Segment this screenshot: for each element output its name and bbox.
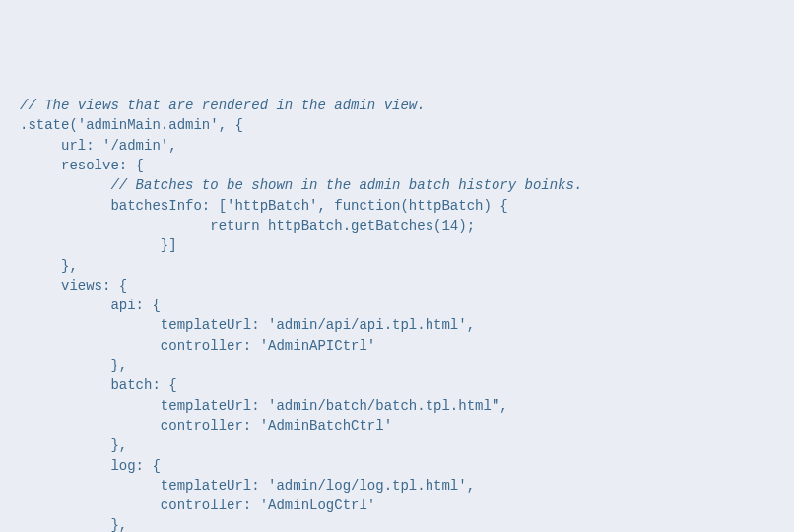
code-line: }, — [20, 517, 127, 532]
code-line: log: { — [20, 458, 161, 474]
code-snippet: // The views that are rendered in the ad… — [20, 96, 774, 532]
code-line: return httpBatch.getBatches(14); — [20, 218, 475, 233]
code-line: }, — [20, 437, 127, 453]
code-line: templateUrl: 'admin/log/log.tpl.html', — [20, 478, 475, 494]
code-line: }, — [20, 258, 78, 274]
code-line: batch: { — [20, 377, 177, 393]
code-line: templateUrl: 'admin/api/api.tpl.html', — [20, 317, 475, 333]
code-line: controller: 'AdminLogCtrl' — [20, 498, 375, 513]
code-line: api: { — [20, 298, 161, 313]
code-line: }, — [20, 358, 127, 373]
code-line: resolve: { — [20, 158, 144, 173]
code-line: }] — [20, 237, 177, 253]
code-line: views: { — [20, 278, 127, 294]
code-line: .state('adminMain.admin', { — [20, 117, 243, 133]
code-line: templateUrl: 'admin/batch/batch.tpl.html… — [20, 398, 508, 414]
code-line: controller: 'AdminAPICtrl' — [20, 338, 375, 354]
comment-line: // The views that are rendered in the ad… — [20, 98, 426, 113]
code-line: batchesInfo: ['httpBatch', function(http… — [20, 198, 508, 214]
code-line: controller: 'AdminBatchCtrl' — [20, 418, 392, 433]
comment-line: // Batches to be shown in the admin batc… — [20, 177, 582, 193]
code-line: url: '/admin', — [20, 138, 177, 154]
